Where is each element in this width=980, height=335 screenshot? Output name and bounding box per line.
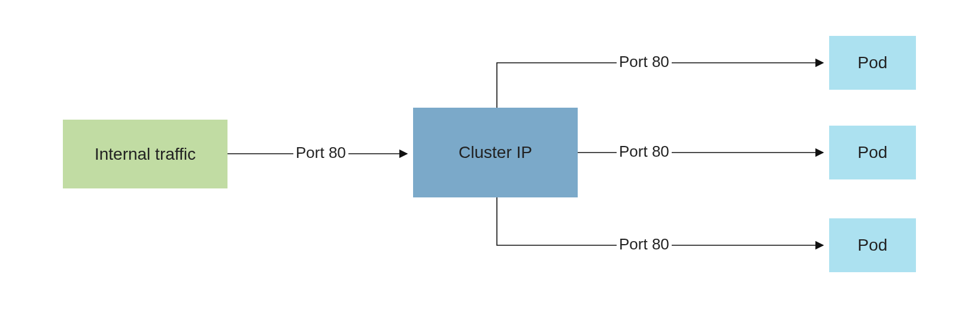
edge-label-e2: Port 80 <box>617 53 672 71</box>
node-pod-1: Pod <box>829 36 916 90</box>
node-internal-traffic: Internal traffic <box>63 120 227 188</box>
edge-label-e4: Port 80 <box>617 235 672 254</box>
node-cluster-ip: Cluster IP <box>413 108 578 197</box>
edge-label-e3: Port 80 <box>617 142 672 161</box>
node-pod-3: Pod <box>829 218 916 272</box>
node-pod-2: Pod <box>829 126 916 179</box>
edge-label-e1: Port 80 <box>293 144 348 162</box>
